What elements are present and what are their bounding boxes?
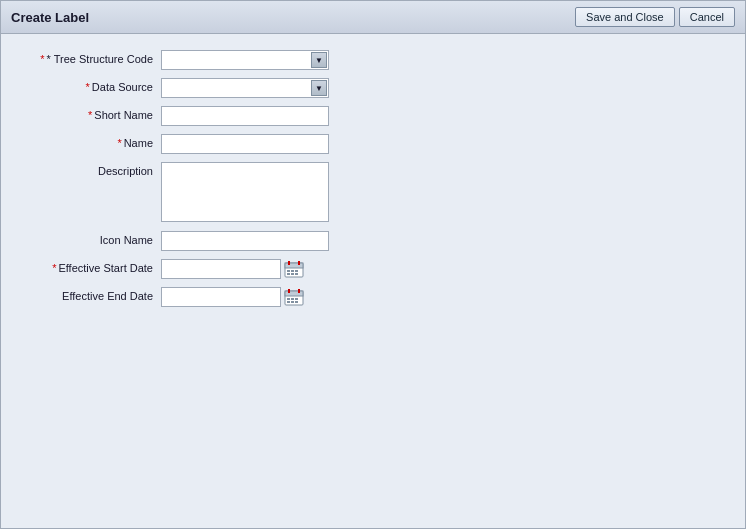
svg-rect-18	[291, 301, 294, 303]
required-star-tree: *	[40, 53, 44, 65]
description-row: Description	[21, 162, 725, 225]
required-star-shortname: *	[88, 109, 92, 121]
save-and-close-button[interactable]: Save and Close	[575, 7, 675, 27]
cancel-button[interactable]: Cancel	[679, 7, 735, 27]
form-content: ** Tree Structure Code ▼ *Data Source ▼	[1, 34, 745, 528]
effective-start-date-label: *Effective Start Date	[21, 259, 161, 274]
data-source-select[interactable]	[161, 78, 329, 98]
required-star-datasource: *	[86, 81, 90, 93]
create-label-window: Create Label Save and Close Cancel ** Tr…	[0, 0, 746, 529]
svg-rect-11	[285, 291, 303, 296]
calendar-end-icon	[284, 288, 304, 306]
short-name-row: *Short Name	[21, 106, 725, 128]
name-field	[161, 134, 329, 154]
short-name-field	[161, 106, 329, 126]
svg-rect-9	[295, 273, 298, 275]
required-star-name: *	[117, 137, 121, 149]
title-bar-buttons: Save and Close Cancel	[575, 7, 735, 27]
svg-rect-4	[287, 270, 290, 272]
data-source-row: *Data Source ▼	[21, 78, 725, 100]
data-source-label: *Data Source	[21, 78, 161, 93]
svg-rect-16	[295, 298, 298, 300]
effective-end-date-input[interactable]	[161, 287, 281, 307]
icon-name-row: Icon Name	[21, 231, 725, 253]
name-row: *Name	[21, 134, 725, 156]
effective-start-date-field	[161, 259, 305, 279]
effective-start-date-calendar-button[interactable]	[283, 259, 305, 279]
icon-name-input[interactable]	[161, 231, 329, 251]
window-title: Create Label	[11, 10, 89, 25]
description-label: Description	[21, 162, 161, 177]
required-star-startdate: *	[52, 262, 56, 274]
effective-end-date-field	[161, 287, 305, 307]
effective-start-date-row: *Effective Start Date	[21, 259, 725, 281]
effective-end-date-calendar-button[interactable]	[283, 287, 305, 307]
svg-rect-5	[291, 270, 294, 272]
short-name-input[interactable]	[161, 106, 329, 126]
icon-name-label: Icon Name	[21, 231, 161, 246]
effective-end-date-row: Effective End Date	[21, 287, 725, 309]
svg-rect-14	[287, 298, 290, 300]
svg-rect-1	[285, 263, 303, 268]
description-field	[161, 162, 329, 225]
svg-rect-19	[295, 301, 298, 303]
tree-structure-code-label: ** Tree Structure Code	[21, 50, 161, 65]
effective-start-date-input[interactable]	[161, 259, 281, 279]
title-bar: Create Label Save and Close Cancel	[1, 1, 745, 34]
effective-end-date-label: Effective End Date	[21, 287, 161, 302]
data-source-field: ▼	[161, 78, 329, 98]
name-input[interactable]	[161, 134, 329, 154]
short-name-label: *Short Name	[21, 106, 161, 121]
icon-name-field	[161, 231, 329, 251]
svg-rect-17	[287, 301, 290, 303]
calendar-icon	[284, 260, 304, 278]
svg-rect-8	[291, 273, 294, 275]
tree-structure-code-field: ▼	[161, 50, 329, 70]
svg-rect-15	[291, 298, 294, 300]
svg-rect-6	[295, 270, 298, 272]
tree-structure-code-select[interactable]	[161, 50, 329, 70]
name-label: *Name	[21, 134, 161, 149]
svg-rect-7	[287, 273, 290, 275]
description-textarea[interactable]	[161, 162, 329, 222]
tree-structure-code-row: ** Tree Structure Code ▼	[21, 50, 725, 72]
